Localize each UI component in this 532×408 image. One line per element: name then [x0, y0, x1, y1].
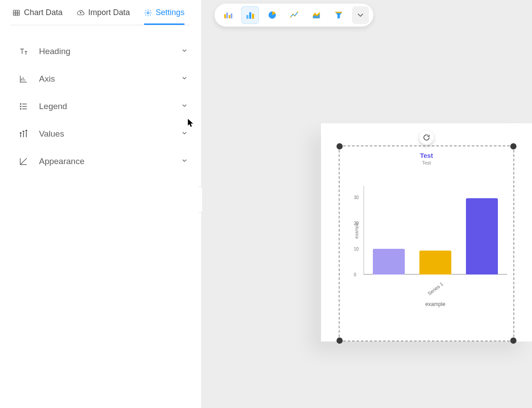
y-tick: 20	[354, 221, 359, 226]
axis-icon	[18, 74, 29, 84]
bar-1[interactable]	[373, 249, 405, 275]
accordion-label: Axis	[39, 74, 55, 84]
sidebar-tabs: Chart Data Import Data Settings	[0, 0, 201, 25]
settings-accordion: Heading Axis	[0, 25, 201, 175]
svg-point-5	[147, 12, 149, 14]
tool-pie[interactable]	[263, 6, 281, 24]
accordion-axis[interactable]: Axis	[15, 65, 191, 93]
tool-funnel[interactable]	[330, 6, 348, 24]
resize-handle-tr[interactable]	[510, 143, 516, 149]
chevron-down-icon	[181, 157, 188, 166]
y-tick: 10	[354, 247, 359, 251]
svg-point-28	[294, 15, 295, 16]
gear-icon	[144, 9, 152, 17]
svg-rect-23	[249, 12, 251, 19]
svg-point-8	[20, 106, 21, 107]
chart-body: Test Test example 30 20 10 0 Series 1 ex…	[346, 152, 507, 324]
accordion-label: Legend	[39, 102, 67, 111]
svg-rect-20	[229, 15, 231, 18]
tab-label: Import Data	[88, 8, 130, 17]
svg-point-6	[20, 104, 21, 105]
accordion-legend[interactable]: Legend	[15, 93, 191, 120]
svg-point-14	[23, 131, 24, 132]
bars-container	[364, 186, 507, 275]
tab-chart-data[interactable]: Chart Data	[12, 8, 63, 25]
list-icon	[18, 102, 29, 111]
accordion-label: Values	[39, 129, 64, 139]
svg-point-29	[297, 12, 298, 13]
accordion-heading[interactable]: Heading	[15, 38, 191, 65]
svg-point-27	[292, 14, 293, 15]
tab-label: Settings	[156, 8, 184, 17]
y-tick: 0	[354, 272, 356, 277]
table-icon	[12, 9, 20, 17]
svg-rect-21	[231, 13, 232, 18]
bar-3[interactable]	[466, 198, 498, 275]
accordion-label: Heading	[39, 47, 70, 56]
tab-label: Chart Data	[24, 8, 63, 17]
svg-point-10	[20, 109, 21, 110]
tool-more-dropdown[interactable]	[352, 6, 369, 24]
settings-sidebar: Chart Data Import Data Settings	[0, 0, 202, 408]
svg-rect-19	[226, 13, 228, 19]
tab-settings[interactable]: Settings	[144, 8, 184, 25]
accordion-label: Appearance	[39, 157, 84, 166]
tool-bar[interactable]	[241, 6, 259, 24]
chart-type-toolbar	[215, 4, 373, 27]
values-icon	[18, 129, 29, 139]
tool-grouped-bar[interactable]	[219, 6, 237, 24]
y-tick: 30	[354, 195, 359, 200]
text-style-icon	[18, 47, 29, 56]
svg-rect-24	[252, 14, 254, 19]
accordion-values[interactable]: Values	[15, 120, 191, 148]
rotate-handle[interactable]	[419, 130, 434, 145]
accordion-appearance[interactable]: Appearance	[15, 148, 191, 175]
svg-rect-18	[224, 14, 226, 18]
bar-2[interactable]	[419, 251, 451, 275]
svg-point-16	[26, 130, 27, 131]
svg-point-26	[290, 16, 291, 18]
svg-point-12	[20, 133, 21, 133]
chevron-down-icon	[181, 74, 188, 84]
svg-rect-22	[246, 15, 249, 19]
chevron-down-icon	[181, 47, 188, 56]
appearance-icon	[18, 157, 29, 166]
resize-handle-br[interactable]	[510, 337, 516, 344]
chart-object[interactable]: Test Test example 30 20 10 0 Series 1 ex…	[321, 123, 532, 341]
x-axis-label: example	[364, 301, 507, 307]
tool-line[interactable]	[286, 6, 303, 24]
chart-title: Test	[346, 152, 507, 159]
resize-handle-tl[interactable]	[336, 143, 343, 149]
chevron-down-icon	[181, 102, 188, 111]
x-tick: Series 1	[426, 281, 444, 296]
svg-rect-0	[13, 10, 20, 16]
cloud-upload-icon	[77, 9, 85, 17]
plot-area: example 30 20 10 0 Series 1	[364, 186, 507, 275]
tool-area[interactable]	[308, 6, 325, 24]
chevron-down-icon	[181, 129, 188, 139]
chart-subtitle: Test	[346, 160, 507, 165]
tab-import-data[interactable]: Import Data	[77, 8, 130, 25]
resize-handle-bl[interactable]	[336, 337, 343, 344]
editor-canvas[interactable]: Test Test example 30 20 10 0 Series 1 ex…	[202, 0, 532, 408]
